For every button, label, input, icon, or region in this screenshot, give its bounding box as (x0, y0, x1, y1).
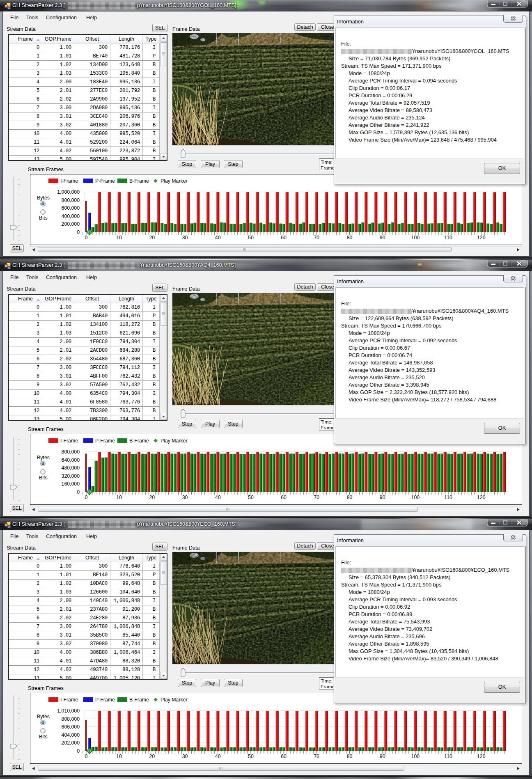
svg-text:0: 0 (77, 489, 80, 495)
svg-text:90: 90 (380, 495, 385, 500)
svg-text:P-Frame: P-Frame (95, 438, 115, 444)
svg-text:606,000: 606,000 (62, 724, 80, 730)
svg-text:202,000: 202,000 (62, 740, 80, 746)
svg-text:90: 90 (380, 754, 385, 759)
svg-text:I-Frame: I-Frame (60, 697, 78, 703)
svg-text:100: 100 (411, 235, 420, 241)
svg-text:480,000: 480,000 (62, 465, 80, 471)
svg-text:808,000: 808,000 (62, 716, 80, 722)
svg-text:160,000: 160,000 (62, 481, 80, 487)
svg-text:80: 80 (347, 495, 353, 500)
svg-text:40: 40 (215, 235, 221, 241)
svg-text:200,000: 200,000 (62, 221, 80, 227)
svg-text:320,000: 320,000 (62, 473, 80, 479)
svg-text:50: 50 (248, 754, 254, 759)
svg-text:60: 60 (281, 235, 287, 241)
svg-text:30: 30 (182, 495, 188, 500)
svg-text:40: 40 (215, 754, 221, 759)
svg-text:B-Frame: B-Frame (129, 438, 149, 444)
svg-text:I-Frame: I-Frame (60, 178, 78, 184)
svg-text:Play Marker: Play Marker (161, 438, 188, 444)
svg-text:10: 10 (116, 235, 122, 241)
svg-text:10: 10 (116, 754, 122, 759)
svg-text:20: 20 (149, 495, 155, 500)
svg-text:800,000: 800,000 (62, 449, 80, 455)
svg-text:I-Frame: I-Frame (60, 438, 78, 444)
svg-text:50: 50 (248, 235, 254, 241)
svg-text:1,000,000: 1,000,000 (57, 189, 80, 195)
svg-text:70: 70 (314, 754, 319, 759)
svg-text:40: 40 (215, 495, 221, 500)
svg-text:110: 110 (444, 235, 452, 241)
svg-text:70: 70 (314, 235, 319, 241)
svg-text:110: 110 (444, 495, 452, 500)
svg-text:P-Frame: P-Frame (95, 178, 115, 184)
svg-text:80: 80 (347, 754, 353, 759)
svg-text:1,010,000: 1,010,000 (57, 708, 80, 714)
svg-text:20: 20 (149, 235, 155, 241)
svg-text:0: 0 (77, 229, 80, 235)
svg-text:20: 20 (149, 754, 155, 759)
svg-text:80: 80 (347, 235, 353, 241)
svg-text:Play Marker: Play Marker (161, 178, 188, 184)
svg-text:50: 50 (248, 495, 254, 500)
svg-text:120: 120 (477, 495, 486, 500)
svg-text:100: 100 (411, 754, 420, 759)
svg-text:0: 0 (85, 235, 87, 241)
svg-text:120: 120 (477, 235, 486, 241)
svg-text:60: 60 (281, 754, 287, 759)
svg-text:Play Marker: Play Marker (161, 697, 188, 703)
svg-text:640,000: 640,000 (62, 457, 80, 463)
svg-text:B-Frame: B-Frame (129, 697, 149, 703)
svg-text:30: 30 (182, 754, 188, 759)
svg-text:60: 60 (281, 495, 287, 500)
svg-text:90: 90 (380, 235, 385, 241)
svg-text:110: 110 (444, 754, 452, 759)
svg-text:10: 10 (116, 495, 122, 500)
svg-text:120: 120 (477, 754, 486, 759)
svg-text:404,000: 404,000 (62, 732, 80, 738)
svg-text:0: 0 (85, 754, 87, 759)
svg-text:P-Frame: P-Frame (95, 697, 115, 703)
svg-text:70: 70 (314, 495, 319, 500)
svg-text:400,000: 400,000 (62, 213, 80, 219)
svg-text:0: 0 (77, 748, 80, 754)
svg-text:600,000: 600,000 (62, 205, 80, 211)
svg-text:30: 30 (182, 235, 188, 241)
svg-text:B-Frame: B-Frame (129, 178, 149, 184)
svg-text:100: 100 (411, 495, 420, 500)
svg-text:0: 0 (85, 495, 87, 500)
svg-text:800,000: 800,000 (62, 197, 80, 203)
